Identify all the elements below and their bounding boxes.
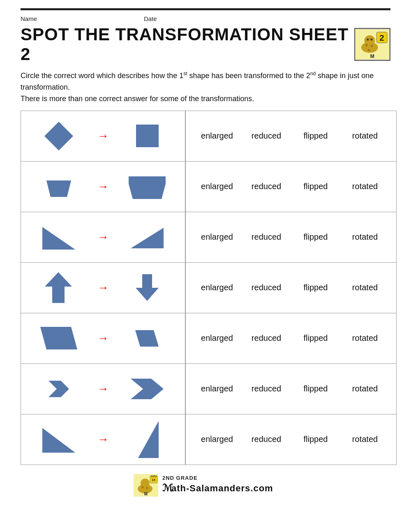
word-reduced-5[interactable]: reduced	[242, 332, 291, 345]
arrow-3: →	[93, 231, 113, 244]
bottom-site: ℳ ath-Salamanders.com	[162, 481, 277, 496]
word-rotated-3[interactable]: rotated	[340, 231, 390, 243]
svg-marker-11	[44, 122, 73, 150]
name-date-row: Name Date	[21, 15, 390, 22]
svg-point-29	[146, 487, 148, 489]
word-reduced-2[interactable]: reduced	[242, 180, 291, 193]
shapes-cell-7: →	[21, 414, 186, 465]
shape-left-7	[24, 424, 93, 455]
svg-marker-13	[46, 180, 71, 197]
word-rotated-6[interactable]: rotated	[340, 382, 390, 395]
word-enlarged-2[interactable]: enlarged	[192, 180, 242, 193]
svg-marker-18	[136, 274, 159, 301]
word-enlarged-6[interactable]: enlarged	[192, 382, 242, 395]
word-flipped-7[interactable]: flipped	[291, 433, 340, 446]
svg-text:M: M	[370, 53, 374, 59]
word-reduced-4[interactable]: reduced	[242, 281, 291, 294]
word-flipped-1[interactable]: flipped	[291, 130, 340, 142]
word-flipped-5[interactable]: flipped	[291, 332, 340, 345]
shape-left-2	[24, 170, 93, 203]
svg-point-5	[368, 49, 370, 51]
shape-right-7	[113, 419, 182, 460]
words-cell-4: enlarged reduced flipped rotated	[186, 262, 397, 313]
table-row: → enlarged reduced flipped rotated	[21, 111, 397, 161]
svg-point-3	[365, 44, 368, 46]
date-label: Date	[144, 15, 157, 22]
word-rotated-5[interactable]: rotated	[340, 332, 390, 345]
word-rotated-1[interactable]: rotated	[340, 130, 390, 142]
shapes-cell-5: →	[21, 313, 186, 363]
word-enlarged-3[interactable]: enlarged	[192, 231, 242, 243]
svg-marker-22	[131, 379, 164, 399]
word-flipped-4[interactable]: flipped	[291, 281, 340, 294]
page-title: SPOT THE TRANSFORMATION SHEET 2	[21, 25, 354, 64]
svg-marker-16	[131, 228, 164, 248]
instructions: Circle the correct word which describes …	[21, 70, 390, 105]
table-row: → enlarged reduced flipped rotated	[21, 313, 397, 363]
shapes-cell-1: →	[21, 111, 186, 161]
shapes-cell-2: →	[21, 161, 186, 212]
shape-left-1	[24, 120, 93, 153]
shape-right-6	[113, 370, 182, 407]
svg-marker-14	[129, 176, 166, 199]
worksheet-table: → enlarged reduced flipped rotated	[21, 111, 397, 465]
shape-right-2	[113, 170, 182, 203]
svg-marker-17	[45, 272, 72, 303]
word-reduced-1[interactable]: reduced	[242, 130, 291, 142]
word-reduced-6[interactable]: reduced	[242, 382, 291, 395]
word-flipped-2[interactable]: flipped	[291, 180, 340, 193]
word-rotated-7[interactable]: rotated	[340, 433, 390, 446]
word-rotated-2[interactable]: rotated	[340, 180, 390, 193]
words-cell-7: enlarged reduced flipped rotated	[186, 414, 397, 465]
svg-marker-23	[42, 428, 75, 453]
svg-text:M: M	[144, 492, 148, 496]
word-enlarged-5[interactable]: enlarged	[192, 332, 242, 345]
word-reduced-7[interactable]: reduced	[242, 433, 291, 446]
word-enlarged-7[interactable]: enlarged	[192, 433, 242, 446]
words-cell-2: enlarged reduced flipped rotated	[186, 161, 397, 212]
word-flipped-3[interactable]: flipped	[291, 231, 340, 243]
svg-rect-12	[136, 125, 159, 147]
shape-right-4	[113, 272, 182, 303]
arrow-6: →	[93, 382, 113, 396]
instruction-line2: There is more than one correct answer fo…	[21, 95, 254, 103]
shape-left-6	[24, 375, 93, 403]
svg-text:ath-Salamanders.com: ath-Salamanders.com	[171, 483, 273, 493]
shapes-cell-3: →	[21, 212, 186, 262]
words-cell-5: enlarged reduced flipped rotated	[186, 313, 397, 363]
arrow-7: →	[93, 433, 113, 446]
instruction-line1: Circle the correct word which describes …	[21, 72, 374, 91]
title-logo-row: SPOT THE TRANSFORMATION SHEET 2 2 M	[21, 25, 390, 64]
bottom-grade: 2ND GRADE	[162, 475, 198, 481]
words-cell-6: enlarged reduced flipped rotated	[186, 363, 397, 414]
shape-right-5	[113, 328, 182, 349]
svg-text:3x5=: 3x5=	[151, 475, 157, 478]
words-cell-1: enlarged reduced flipped rotated	[186, 111, 397, 161]
shape-right-1	[113, 120, 182, 151]
arrow-1: →	[93, 130, 113, 143]
svg-marker-20	[135, 330, 159, 347]
table-row: → enlarged reduced flipped rotated	[21, 212, 397, 262]
logo-box: 2 M	[354, 28, 390, 61]
svg-marker-24	[138, 421, 159, 458]
word-flipped-6[interactable]: flipped	[291, 382, 340, 395]
name-label: Name	[21, 15, 37, 22]
table-row: → enlarged reduced flipped rotated	[21, 262, 397, 313]
table-row: → enlarged reduced flipped rotated	[21, 414, 397, 465]
shape-left-4	[24, 270, 93, 305]
table-row: → enlarged reduced flipped rotated	[21, 161, 397, 212]
word-enlarged-1[interactable]: enlarged	[192, 130, 242, 142]
word-enlarged-4[interactable]: enlarged	[192, 281, 242, 294]
word-rotated-4[interactable]: rotated	[340, 281, 390, 294]
svg-marker-19	[40, 327, 77, 349]
shape-right-3	[113, 224, 182, 250]
word-reduced-3[interactable]: reduced	[242, 231, 291, 243]
svg-point-7	[371, 38, 373, 41]
arrow-4: →	[93, 281, 113, 294]
table-row: → enlarged reduced flipped rotated	[21, 363, 397, 414]
arrow-5: →	[93, 332, 113, 345]
arrow-2: →	[93, 180, 113, 193]
shape-left-3	[24, 223, 93, 252]
svg-text:2: 2	[380, 33, 384, 42]
svg-point-27	[141, 479, 150, 488]
